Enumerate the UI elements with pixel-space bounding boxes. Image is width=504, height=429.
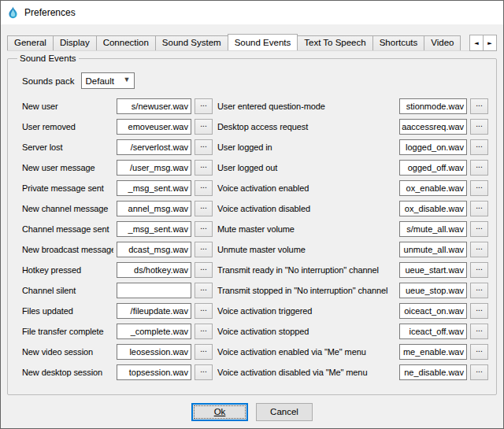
browse-button[interactable]: ...: [195, 221, 213, 237]
sound-event-row: Hotkey pressed ds/hotkey.wav ...: [22, 262, 213, 278]
sound-file-input[interactable]: oiceact_on.wav: [399, 303, 467, 319]
sound-event-label: Unmute master volume: [217, 245, 396, 254]
browse-button[interactable]: ...: [470, 283, 488, 298]
sound-event-label: New broadcast message: [22, 245, 113, 254]
browse-button[interactable]: ...: [195, 119, 213, 135]
sound-event-label: Voice activation triggered: [217, 306, 396, 316]
sound-event-row: Mute master volume s/mute_all.wav ...: [217, 221, 488, 237]
tab-video[interactable]: Video: [424, 35, 461, 50]
browse-button[interactable]: ...: [195, 201, 213, 216]
sound-file-input[interactable]: unmute_all.wav: [399, 242, 467, 257]
sound-file-input[interactable]: _msg_sent.wav: [117, 180, 191, 196]
browse-button[interactable]: ...: [195, 283, 213, 298]
sound-file-input[interactable]: ne_disable.wav: [399, 364, 467, 380]
sound-file-input[interactable]: ueue_start.wav: [399, 262, 467, 278]
sound-file-input[interactable]: ox_disable.wav: [399, 201, 467, 216]
sound-event-row: New user message /user_msg.wav ...: [22, 160, 213, 176]
sound-file-input[interactable]: ogged_off.wav: [399, 160, 467, 176]
sound-file-input[interactable]: ox_enable.wav: [399, 180, 467, 196]
sound-event-row: Server lost /serverlost.wav ...: [22, 139, 213, 155]
sound-event-label: New user message: [22, 163, 113, 172]
browse-button[interactable]: ...: [470, 119, 488, 135]
tab-connection[interactable]: Connection: [96, 35, 156, 50]
titlebar[interactable]: Preferences: [1, 1, 503, 24]
sound-file-value: ogged_off.wav: [408, 163, 464, 172]
sound-file-input[interactable]: [117, 283, 191, 298]
sound-event-label: User removed: [22, 122, 113, 131]
tab-sound-system[interactable]: Sound System: [155, 35, 228, 50]
sound-event-label: Voice activation disabled: [217, 204, 396, 213]
browse-button[interactable]: ...: [195, 344, 213, 360]
sound-file-input[interactable]: topsession.wav: [117, 364, 191, 380]
sound-event-label: User entered question-mode: [217, 102, 396, 111]
ok-button[interactable]: Ok: [191, 403, 248, 421]
sound-file-input[interactable]: ds/hotkey.wav: [117, 262, 191, 278]
sound-file-input[interactable]: s/newuser.wav: [117, 98, 191, 114]
sound-file-value: emoveuser.wav: [128, 122, 188, 131]
sound-file-input[interactable]: aaccessreq.wav: [399, 119, 467, 135]
sound-event-row: User entered question-mode stionmode.wav…: [217, 98, 488, 114]
tab-general[interactable]: General: [7, 35, 54, 50]
sound-file-input[interactable]: leosession.wav: [117, 344, 191, 360]
browse-button[interactable]: ...: [195, 160, 213, 176]
browse-button[interactable]: ...: [470, 160, 488, 176]
browse-button[interactable]: ...: [470, 303, 488, 319]
browse-button[interactable]: ...: [470, 221, 488, 237]
sound-file-input[interactable]: s/mute_all.wav: [399, 221, 467, 237]
sound-events-group: Sound Events Sounds pack Default ▼ New u…: [7, 54, 497, 395]
sound-event-row: Voice activation disabled via "Me" menu …: [217, 364, 488, 380]
sound-event-row: User removed emoveuser.wav ...: [22, 119, 213, 135]
browse-button[interactable]: ...: [470, 180, 488, 196]
browse-button[interactable]: ...: [470, 324, 488, 339]
sounds-pack-select[interactable]: Default ▼: [81, 72, 135, 89]
browse-button[interactable]: ...: [470, 242, 488, 257]
sound-event-label: Channel silent: [22, 286, 113, 295]
sound-event-row: Voice activation enabled via "Me" menu m…: [217, 344, 488, 360]
sound-file-input[interactable]: /serverlost.wav: [117, 139, 191, 155]
browse-button[interactable]: ...: [195, 180, 213, 196]
tab-display[interactable]: Display: [53, 35, 97, 50]
sound-file-input[interactable]: me_enable.wav: [399, 344, 467, 360]
browse-button[interactable]: ...: [195, 98, 213, 114]
sound-file-value: leosession.wav: [129, 347, 188, 357]
browse-button[interactable]: ...: [470, 98, 488, 114]
tab-text-to-speech[interactable]: Text To Speech: [297, 35, 372, 50]
browse-button[interactable]: ...: [470, 364, 488, 380]
browse-button[interactable]: ...: [195, 262, 213, 278]
app-icon: [6, 6, 20, 20]
sound-file-value: _complete.wav: [131, 327, 188, 336]
sound-file-input[interactable]: stionmode.wav: [399, 98, 467, 114]
browse-button[interactable]: ...: [470, 344, 488, 360]
sounds-pack-label: Sounds pack: [22, 76, 75, 86]
sound-file-input[interactable]: /fileupdate.wav: [117, 303, 191, 319]
browse-button[interactable]: ...: [195, 364, 213, 380]
sound-file-input[interactable]: _msg_sent.wav: [117, 221, 191, 237]
sound-event-label: Voice activation enabled: [217, 183, 396, 193]
sound-event-label: New user: [22, 102, 113, 111]
sound-file-value: iceact_off.wav: [409, 327, 464, 336]
cancel-button[interactable]: Cancel: [256, 403, 313, 421]
sound-file-input[interactable]: ueue_stop.wav: [399, 283, 467, 298]
browse-button[interactable]: ...: [195, 324, 213, 339]
tab-scroll-right-button[interactable]: ►: [483, 35, 497, 51]
tab-scroll-left-button[interactable]: ◄: [469, 35, 484, 51]
sound-file-input[interactable]: annel_msg.wav: [117, 201, 191, 216]
tab-sound-events[interactable]: Sound Events: [228, 34, 298, 51]
browse-button[interactable]: ...: [470, 139, 488, 155]
sound-file-input[interactable]: emoveuser.wav: [117, 119, 191, 135]
sound-file-input[interactable]: logged_on.wav: [399, 139, 467, 155]
sound-file-value: ne_disable.wav: [404, 368, 464, 377]
sound-file-input[interactable]: iceact_off.wav: [399, 324, 467, 339]
tab-shortcuts[interactable]: Shortcuts: [372, 35, 425, 50]
browse-button[interactable]: ...: [470, 262, 488, 278]
browse-button[interactable]: ...: [470, 201, 488, 216]
browse-button[interactable]: ...: [195, 303, 213, 319]
sound-event-label: Voice activation stopped: [217, 327, 396, 336]
sound-file-input[interactable]: _complete.wav: [117, 324, 191, 339]
browse-button[interactable]: ...: [195, 139, 213, 155]
sound-file-input[interactable]: dcast_msg.wav: [117, 242, 191, 257]
sound-file-input[interactable]: /user_msg.wav: [117, 160, 191, 176]
sound-file-value: s/newuser.wav: [132, 102, 188, 111]
sound-event-label: Voice activation disabled via "Me" menu: [217, 368, 396, 377]
browse-button[interactable]: ...: [195, 242, 213, 257]
